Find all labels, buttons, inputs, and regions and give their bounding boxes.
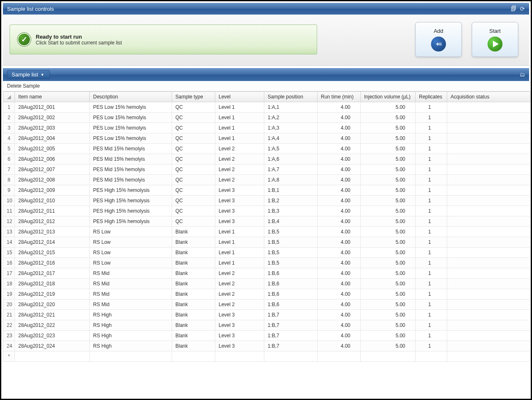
table-row[interactable]: 2328Aug2012_023RS HighBlankLevel 31:B,74… [3,331,530,341]
table-row[interactable]: 428Aug2012_004PES Low 15% hemolyisQCLeve… [3,133,530,144]
cell-description[interactable]: RS High [90,310,172,320]
cell-replicates[interactable]: 1 [416,113,447,123]
cell-injection-volume[interactable]: 5.00 [361,248,416,258]
add-button[interactable]: Add [415,22,462,57]
cell-run-time[interactable]: 4.00 [318,320,361,331]
cell-sample-type[interactable]: Blank [172,248,215,258]
cell-replicates[interactable]: 1 [416,258,447,268]
cell-item-name[interactable]: 28Aug2012_019 [15,289,90,299]
col-run-time[interactable]: Run time (min) [318,92,361,102]
cell-description[interactable]: PES Mid 15% hemolyis [90,175,172,185]
cell-sample-position[interactable]: 1:B,1 [264,185,318,196]
cell-item-name[interactable]: 28Aug2012_002 [15,113,90,123]
cell-sample-position[interactable]: 1:B,7 [264,331,318,341]
cell-description[interactable]: RS High [90,320,172,331]
cell-sample-position[interactable]: 1:B,5 [264,258,318,268]
table-row[interactable]: 828Aug2012_008PES Mid 15% hemolyisQCLeve… [3,175,530,185]
cell-description[interactable]: PES Mid 15% hemolyis [90,144,172,154]
cell-description[interactable]: RS High [90,331,172,341]
cell-sample-position[interactable]: 1:B,7 [264,320,318,331]
cell-level[interactable]: Level 3 [215,320,264,331]
cell-replicates[interactable]: 1 [416,175,447,185]
cell-replicates[interactable]: 1 [416,331,447,341]
cell-description[interactable]: PES High 15% hemolysis [90,185,172,196]
cell-description[interactable]: RS Mid [90,268,172,279]
table-row[interactable]: 1228Aug2012_012PES High 15% hemolysisQCL… [3,216,530,227]
col-sample-position[interactable]: Sample position [264,92,318,102]
cell-replicates[interactable]: 1 [416,227,447,237]
cell-replicates[interactable]: 1 [416,279,447,289]
cell-level[interactable]: Level 3 [215,310,264,320]
cell-description[interactable]: RS Low [90,237,172,248]
cell-replicates[interactable]: 1 [416,123,447,133]
cell-run-time[interactable]: 4.00 [318,185,361,196]
cell-sample-type[interactable]: QC [172,185,215,196]
cell-injection-volume[interactable]: 5.00 [361,185,416,196]
col-injection-volume[interactable]: Injection volume (µL) [361,92,416,102]
cell-item-name[interactable]: 28Aug2012_018 [15,279,90,289]
table-row[interactable]: 928Aug2012_009PES High 15% hemolysisQCLe… [3,185,530,196]
cell-sample-type[interactable]: Blank [172,279,215,289]
cell-acquisition-status[interactable] [447,341,530,351]
cell-acquisition-status[interactable] [447,289,530,299]
cell-run-time[interactable]: 4.00 [318,206,361,216]
cell-acquisition-status[interactable] [447,216,530,227]
cell-sample-type[interactable]: QC [172,216,215,227]
cell-sample-position[interactable]: 1:A,4 [264,133,318,144]
cell-run-time[interactable]: 4.00 [318,123,361,133]
cell-sample-type[interactable]: Blank [172,341,215,351]
cell-acquisition-status[interactable] [447,164,530,175]
cell-sample-position[interactable]: 1:B,7 [264,341,318,351]
cell-run-time[interactable]: 4.00 [318,248,361,258]
cell-sample-type[interactable]: Blank [172,331,215,341]
cell-acquisition-status[interactable] [447,144,530,154]
cell-sample-type[interactable]: QC [172,133,215,144]
columns-config-icon[interactable]: 🗂 [520,71,525,78]
cell-item-name[interactable]: 28Aug2012_007 [15,164,90,175]
cell-sample-type[interactable]: Blank [172,258,215,268]
cell-level[interactable]: Level 2 [215,175,264,185]
cell-run-time[interactable]: 4.00 [318,310,361,320]
table-row[interactable]: 2428Aug2012_024RS HighBlankLevel 31:B,74… [3,341,530,351]
col-replicates[interactable]: Replicates [416,92,447,102]
cell-item-name[interactable]: 28Aug2012_012 [15,216,90,227]
cell-run-time[interactable]: 4.00 [318,289,361,299]
cell-injection-volume[interactable]: 5.00 [361,175,416,185]
cell-replicates[interactable]: 1 [416,133,447,144]
cell-run-time[interactable]: 4.00 [318,175,361,185]
cell-run-time[interactable]: 4.00 [318,164,361,175]
cell-item-name[interactable]: 28Aug2012_016 [15,258,90,268]
cell-description[interactable]: RS Low [90,227,172,237]
cell-injection-volume[interactable]: 5.00 [361,154,416,164]
table-row[interactable]: 228Aug2012_002PES Low 15% hemolyisQCLeve… [3,113,530,123]
cell-sample-position[interactable]: 1:A,8 [264,175,318,185]
cell-item-name[interactable]: 28Aug2012_003 [15,123,90,133]
cell-sample-position[interactable]: 1:B,6 [264,299,318,310]
cell-sample-type[interactable]: QC [172,154,215,164]
cell-description[interactable]: PES Mid 15% hemolyis [90,154,172,164]
cell-injection-volume[interactable]: 5.00 [361,268,416,279]
cell-acquisition-status[interactable] [447,279,530,289]
cell-replicates[interactable]: 1 [416,185,447,196]
cell-level[interactable]: Level 2 [215,268,264,279]
table-row[interactable]: 528Aug2012_005PES Mid 15% hemolyisQCLeve… [3,144,530,154]
cell-sample-type[interactable]: QC [172,196,215,206]
cell-run-time[interactable]: 4.00 [318,227,361,237]
cell-acquisition-status[interactable] [447,133,530,144]
cell-description[interactable]: RS Mid [90,299,172,310]
cell-sample-position[interactable]: 1:B,5 [264,227,318,237]
cell-description[interactable]: PES High 15% hemolysis [90,196,172,206]
cell-acquisition-status[interactable] [447,227,530,237]
cell-replicates[interactable]: 1 [416,341,447,351]
cell-item-name[interactable]: 28Aug2012_015 [15,248,90,258]
cell-injection-volume[interactable]: 5.00 [361,331,416,341]
cell-sample-position[interactable]: 1:A,2 [264,113,318,123]
cell-description[interactable]: PES Low 15% hemolyis [90,113,172,123]
cell-item-name[interactable]: 28Aug2012_013 [15,227,90,237]
table-row[interactable]: 2128Aug2012_021RS HighBlankLevel 31:B,74… [3,310,530,320]
cell-level[interactable]: Level 2 [215,154,264,164]
table-row[interactable]: 128Aug2012_001PES Low 15% hemolyisQCLeve… [3,102,530,113]
cell-sample-position[interactable]: 1:B,6 [264,279,318,289]
cell-level[interactable]: Level 1 [215,113,264,123]
cell-sample-type[interactable]: Blank [172,237,215,248]
